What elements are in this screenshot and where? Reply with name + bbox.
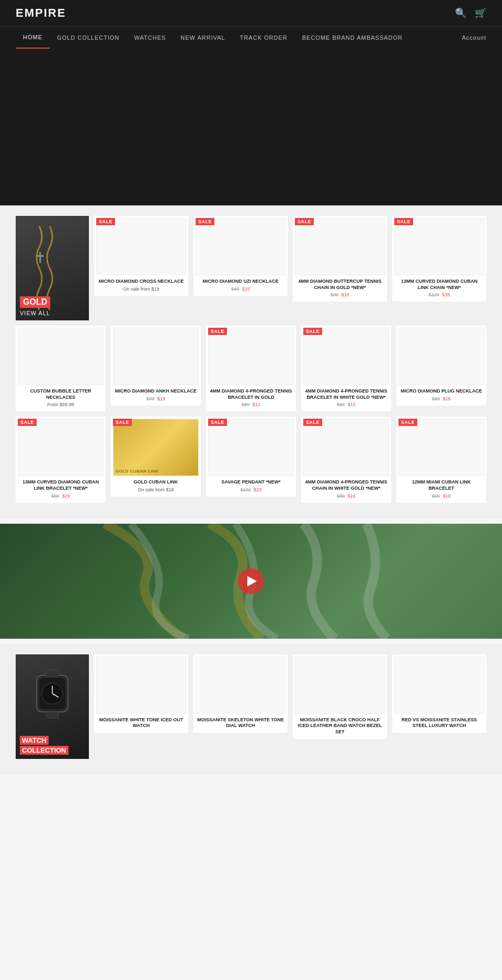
sale-badge: SALE [18,419,37,426]
gold-cuban-image: GOLD CUBAN LINK [113,419,199,476]
original-price: $99 [146,396,154,401]
watch-image [196,656,286,714]
product-card-r2-3[interactable]: SALE 4MM DIAMOND 4-PRONGED TENNIS BRACEL… [301,326,391,411]
cart-icon[interactable]: 🛒 [475,7,486,19]
watch-card-3[interactable]: Red VS Moissanite Stainless Steel Luxury… [392,654,486,733]
nav-item-watches[interactable]: WATCHES [127,27,174,48]
sale-badge: SALE [96,218,115,225]
product-name: MICRO DIAMOND UZI NECKLACE [197,279,284,285]
product-row-3: SALE 13MM CURVED DIAMOND CUBAN LINK BRAC… [16,417,486,502]
product-image [208,328,294,385]
sale-price: $16 [341,292,349,297]
product-card-2[interactable]: SALE 4MM DIAMOND BUTTERCUP TENNIS CHAIN … [293,216,387,302]
product-name: 13MM CURVED DIAMOND CUBAN LINK BRACELET … [19,479,102,491]
sale-badge: SALE [208,328,227,335]
original-price: $99 [432,493,440,499]
video-section[interactable] [0,524,502,639]
watch-featured-tile[interactable]: WATCH COLLECTION [16,654,89,759]
product-image [394,218,484,275]
sale-badge: SALE [196,218,214,225]
product-name: GOLD CUBAN LINK [114,479,198,486]
sale-price: $39 [442,292,450,297]
watch-label-1: WATCH [20,736,49,745]
sale-price: $12 [348,402,356,407]
product-price: $89 $29 [18,493,104,499]
nav-account[interactable]: Account [462,27,486,48]
watch-card-2[interactable]: Moissanite Black Croco Half Iced Leather… [293,654,387,739]
product-card-r2-1[interactable]: MICRO DIAMOND ANKH NECKLACE $99 $19 [111,326,201,406]
watch-image [295,656,385,714]
product-card-gold-cuban[interactable]: SALE GOLD CUBAN LINK GOLD CUBAN LINK On … [111,417,201,497]
product-name: SAVAGE PENDANT *NEW* [209,479,293,486]
watch-image [394,656,484,714]
product-name: 13MM CURVED DIAMOND CUBAN LINK CHAIN *NE… [395,279,483,291]
sale-price: $16 [443,396,451,401]
original-price: $122 [241,487,251,492]
sale-price: $15 [242,286,250,292]
sale-price: $19 [157,396,165,401]
sale-price: $16 [443,493,451,499]
svg-rect-6 [46,670,59,676]
nav-item-track-order[interactable]: TRACK ORDER [233,27,295,48]
product-card-r2-2[interactable]: SALE 4MM DIAMOND 4-PRONGED TENNIS BRACEL… [206,326,296,411]
play-button[interactable] [238,568,264,594]
logo[interactable]: EMPIRE [16,6,66,20]
price-label: On sale from $19 [123,286,159,292]
product-name: MICRO DIAMOND ANKH NECKLACE [114,388,198,395]
product-name: 12MM MIAMI CUBAN LINK BRACELET [400,479,483,491]
product-name: 4MM DIAMOND BUTTERCUP TENNIS CHAIN IN GO… [296,279,384,291]
sale-price: $29 [62,493,70,499]
sale-price: $12 [253,402,260,407]
sale-badge: SALE [295,218,314,225]
product-card-r3-4[interactable]: SALE 12MM MIAMI CUBAN LINK BRACELET $99 … [396,417,486,502]
product-price: $89 $16 [303,493,389,499]
product-price: $89 $12 [303,402,389,407]
play-triangle-icon [247,576,257,586]
nav-item-ambassador[interactable]: BECOME BRAND AMBASSADOR [295,27,410,48]
product-row-2: CUSTOM BUBBLE LETTER NECKLACES From $59.… [16,326,486,411]
product-card-r3-0[interactable]: SALE 13MM CURVED DIAMOND CUBAN LINK BRAC… [16,417,106,502]
product-card-1[interactable]: SALE MICRO DIAMOND UZI NECKLACE $49 $15 [193,216,288,296]
search-icon[interactable]: 🔍 [455,7,466,19]
product-price: On sale from $18 [113,487,199,492]
svg-rect-7 [46,712,59,718]
price-label: On sale from $18 [138,487,174,492]
nav-item-gold-collection[interactable]: GOLD COLLECTION [50,27,127,48]
gold-featured-tile[interactable]: ✝ GOLD VIEW ALL [16,216,89,320]
nav-item-home[interactable]: HOME [16,27,50,49]
product-card-0[interactable]: SALE MICRO DIAMOND CROSS NECKLACE On sal… [94,216,188,296]
product-card-3[interactable]: SALE 13MM CURVED DIAMOND CUBAN LINK CHAI… [392,216,486,302]
watch-name: Moissanite Black Croco Half Iced Leather… [296,717,384,735]
product-card-r2-4[interactable]: MICRO DIAMOND PLUG NECKLACE $89 $16 [396,326,486,406]
nav-bar: HOME GOLD COLLECTION WATCHES NEW ARRIVAL… [0,26,502,49]
header: EMPIRE 🔍 🛒 [0,0,502,26]
watch-label-2: COLLECTION [20,746,69,755]
gold-section: ✝ GOLD VIEW ALL SALE MICRO DIAMOND CROSS… [0,205,502,518]
svg-text:✝: ✝ [34,250,46,266]
watch-name: Moissanite Skeleton White Tone Dial Watc… [197,717,284,729]
product-price: $99 $16 [398,493,484,499]
product-name: MICRO DIAMOND CROSS NECKLACE [97,279,185,285]
product-image [208,419,294,476]
sale-badge: SALE [303,328,322,335]
product-card-r3-3[interactable]: SALE 4MM DIAMOND 4-PRONGED TENNIS CHAIN … [301,417,391,502]
product-price: $99 $19 [113,396,199,401]
watch-card-1[interactable]: Moissanite Skeleton White Tone Dial Watc… [193,654,288,733]
product-image [398,419,484,476]
watch-card-0[interactable]: Moissanite White Tone Iced Out Watch [94,654,188,733]
product-name: MICRO DIAMOND PLUG NECKLACE [400,388,483,395]
product-image [18,328,104,385]
sale-badge: SALE [394,218,413,225]
product-price: $89 $12 [208,402,294,407]
product-card-r2-0[interactable]: CUSTOM BUBBLE LETTER NECKLACES From $59.… [16,326,106,411]
gold-cuban-label: GOLD CUBAN LINK [116,469,159,474]
original-price: $89 [51,493,59,499]
product-image [398,328,484,385]
view-all-link[interactable]: VIEW ALL [20,310,85,316]
product-price: $49 $15 [196,286,286,292]
product-image [303,328,389,385]
product-card-r3-2[interactable]: SALE SAVAGE PENDANT *NEW* $122 $29 [206,417,296,497]
price-label: From $59.99 [47,402,74,407]
original-price: $89 [337,402,345,407]
nav-item-new-arrival[interactable]: NEW ARRIVAL [173,27,232,48]
